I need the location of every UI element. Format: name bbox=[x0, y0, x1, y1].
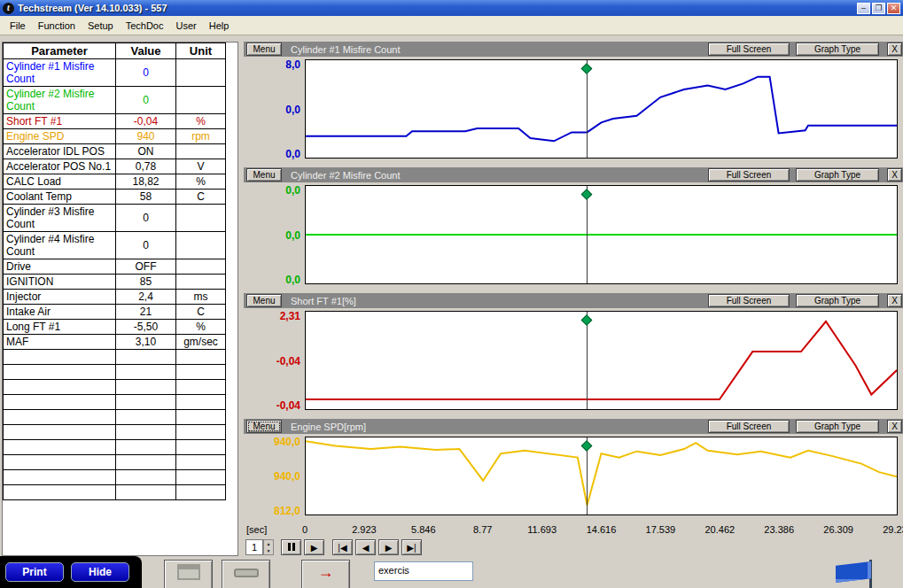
table-row[interactable] bbox=[4, 410, 226, 425]
param-unit bbox=[176, 350, 226, 365]
param-name bbox=[4, 425, 116, 440]
param-unit bbox=[176, 205, 226, 232]
param-unit: rpm bbox=[176, 129, 226, 144]
table-row[interactable] bbox=[4, 380, 226, 395]
snapshot-combo[interactable]: exercis bbox=[374, 561, 473, 581]
table-row[interactable] bbox=[4, 455, 226, 470]
menu-item-user[interactable]: User bbox=[169, 19, 202, 33]
full-screen-button[interactable]: Full Screen bbox=[708, 43, 790, 56]
close-button[interactable]: ✕ bbox=[887, 3, 900, 14]
maximize-button[interactable]: ❐ bbox=[872, 3, 885, 14]
table-row[interactable]: Cylinder #3 Misfire Count0 bbox=[4, 205, 226, 232]
close-graph-button[interactable]: X bbox=[887, 168, 902, 182]
graph-title: Short FT #1[%] bbox=[291, 296, 708, 306]
full-screen-button[interactable]: Full Screen bbox=[708, 294, 790, 307]
prev-frame-button[interactable]: ◀ bbox=[355, 539, 376, 555]
menubar: FileFunctionSetupTechDocUserHelp bbox=[0, 16, 903, 35]
menu-button[interactable]: Menu bbox=[246, 43, 282, 56]
param-name bbox=[4, 455, 116, 470]
param-name: Injector bbox=[4, 290, 116, 305]
table-row[interactable]: Accelerator POS No.10,78V bbox=[4, 159, 226, 174]
close-graph-button[interactable]: X bbox=[887, 420, 902, 433]
cursor-line[interactable] bbox=[587, 186, 588, 283]
param-value: 0 bbox=[116, 232, 176, 259]
table-row[interactable]: Injector2,4ms bbox=[4, 290, 226, 305]
next-frame-button[interactable]: ▶ bbox=[378, 539, 399, 555]
param-name bbox=[4, 395, 116, 410]
table-row[interactable] bbox=[4, 350, 226, 365]
menu-item-techdoc[interactable]: TechDoc bbox=[120, 19, 170, 33]
cursor-line[interactable] bbox=[587, 60, 588, 158]
minimize-button[interactable]: – bbox=[857, 3, 870, 14]
menu-item-function[interactable]: Function bbox=[32, 19, 82, 33]
first-frame-button[interactable]: |◀ bbox=[332, 539, 353, 555]
close-graph-button[interactable]: X bbox=[887, 43, 902, 56]
param-value: ON bbox=[116, 144, 176, 159]
full-screen-button[interactable]: Full Screen bbox=[708, 420, 790, 433]
menu-item-file[interactable]: File bbox=[4, 19, 32, 33]
report-button[interactable] bbox=[164, 560, 213, 588]
graph-type-button[interactable]: Graph Type bbox=[796, 294, 879, 307]
param-value: 0 bbox=[116, 87, 176, 114]
table-row[interactable] bbox=[4, 365, 226, 380]
graph-type-button[interactable]: Graph Type bbox=[796, 168, 879, 182]
close-graph-button[interactable]: X bbox=[887, 294, 902, 307]
action-box: Print Hide bbox=[0, 556, 142, 588]
table-row[interactable]: Accelerator IDL POSON bbox=[4, 144, 226, 159]
param-unit bbox=[176, 259, 226, 275]
table-row[interactable]: Long FT #1-5,50% bbox=[4, 320, 226, 335]
table-row[interactable]: IGNITION85 bbox=[4, 275, 226, 290]
play-button[interactable]: ▶ bbox=[304, 539, 324, 555]
y-axis-label-bottom: 0,0 bbox=[245, 148, 300, 160]
param-name: Short FT #1 bbox=[4, 114, 116, 129]
table-row[interactable]: CALC Load18,82% bbox=[4, 174, 226, 190]
table-row[interactable] bbox=[4, 485, 226, 500]
graph-type-button[interactable]: Graph Type bbox=[796, 43, 879, 56]
param-unit bbox=[176, 59, 226, 87]
param-unit bbox=[176, 232, 226, 259]
table-row[interactable] bbox=[4, 470, 226, 485]
frame-spinner[interactable]: 1 bbox=[245, 539, 263, 555]
menu-item-setup[interactable]: Setup bbox=[82, 19, 120, 33]
plot-area[interactable] bbox=[305, 311, 898, 410]
print-button[interactable]: Print bbox=[5, 562, 64, 582]
table-row[interactable]: Engine SPD940rpm bbox=[4, 129, 226, 144]
frame-spinner-arrows[interactable]: ▲▼ bbox=[263, 539, 274, 555]
table-row[interactable]: Coolant Temp58C bbox=[4, 190, 226, 205]
graph-header: Menu Engine SPD[rpm] Full Screen Graph T… bbox=[244, 419, 903, 434]
param-unit: C bbox=[176, 305, 226, 320]
col-header-value: Value bbox=[116, 43, 176, 59]
table-row[interactable] bbox=[4, 440, 226, 455]
cursor-line[interactable] bbox=[587, 312, 588, 409]
graph-type-button[interactable]: Graph Type bbox=[796, 420, 879, 433]
last-frame-button[interactable]: ▶| bbox=[401, 539, 422, 555]
param-value: 0,78 bbox=[116, 159, 176, 174]
table-row[interactable]: Short FT #1-0,04% bbox=[4, 114, 226, 129]
menu-button[interactable]: Menu bbox=[246, 168, 282, 182]
table-row[interactable]: Cylinder #4 Misfire Count0 bbox=[4, 232, 226, 259]
table-row[interactable]: DriveOFF bbox=[4, 259, 226, 275]
param-unit: C bbox=[176, 190, 226, 205]
plot-area[interactable] bbox=[305, 185, 898, 284]
menu-button[interactable]: Menu bbox=[246, 420, 282, 433]
plot-area[interactable] bbox=[305, 59, 898, 159]
table-row[interactable]: Intake Air21C bbox=[4, 305, 226, 320]
menu-button[interactable]: Menu bbox=[246, 294, 282, 307]
pause-button[interactable] bbox=[281, 539, 301, 555]
time-tick: 5.846 bbox=[411, 524, 436, 535]
table-row[interactable] bbox=[4, 425, 226, 440]
table-row[interactable]: MAF3,10gm/sec bbox=[4, 335, 226, 350]
table-row[interactable]: Cylinder #1 Misfire Count0 bbox=[4, 59, 226, 87]
menu-item-help[interactable]: Help bbox=[203, 19, 236, 33]
plot-area[interactable] bbox=[305, 437, 898, 515]
table-row[interactable]: Cylinder #2 Misfire Count0 bbox=[4, 87, 226, 114]
time-tick: 29.232 bbox=[883, 524, 903, 535]
param-name bbox=[4, 365, 116, 380]
table-row[interactable] bbox=[4, 395, 226, 410]
param-name: Cylinder #2 Misfire Count bbox=[4, 87, 116, 114]
hide-button[interactable]: Hide bbox=[71, 562, 129, 582]
time-axis: [sec] 02.9235.8468.7711.69314.61617.5392… bbox=[244, 522, 903, 538]
record-button[interactable]: → bbox=[301, 560, 350, 588]
connector-button[interactable] bbox=[222, 560, 270, 588]
full-screen-button[interactable]: Full Screen bbox=[708, 168, 790, 182]
